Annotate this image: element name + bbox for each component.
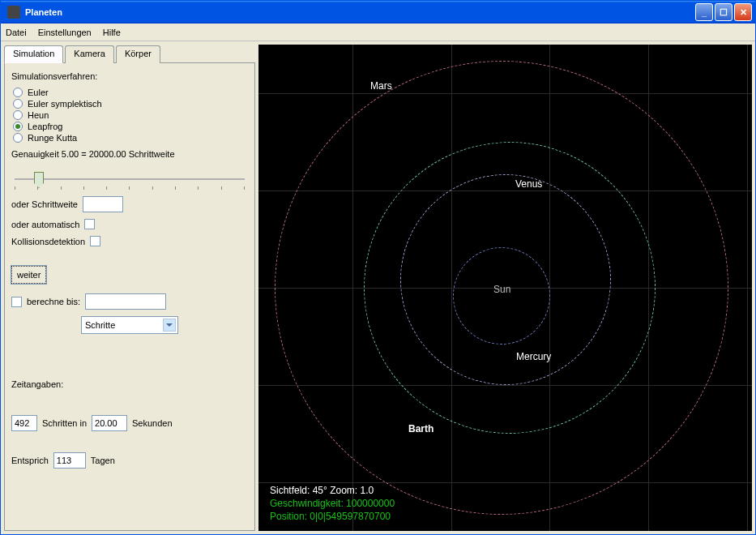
chevron-down-icon [163,319,176,332]
app-icon [7,6,20,19]
radio-euler[interactable] [13,88,23,97]
label-mars: Mars [370,80,392,92]
verfahren-label: Simulationsverfahren: [11,71,248,81]
close-button[interactable]: ✕ [734,3,752,21]
radio-euler-symp[interactable] [13,99,23,109]
tage-input[interactable] [53,452,86,469]
radio-leapfrog-label: Leapfrog [28,122,62,131]
label-earth: Barth [408,423,434,434]
schrittweite-input[interactable] [83,196,123,212]
weiter-button[interactable]: weiter [11,266,46,284]
kollision-checkbox[interactable] [90,236,100,246]
simulation-viewport[interactable]: Sun Mercury Venus Barth Mars Sichtfeld: … [258,45,752,531]
minimize-button[interactable]: _ [695,3,713,21]
app-window: Planeten _ ☐ ✕ Datei Einstellungen Hilfe… [0,0,756,535]
radio-heun-label: Heun [28,110,49,120]
menu-settings[interactable]: Einstellungen [38,28,92,37]
tabstrip: Simulation Kamera Körper [4,45,255,62]
label-mercury: Mercury [516,351,551,362]
genauigkeit-label: Genauigkeit 5.00 = 20000.00 Schrittweite [11,149,248,159]
berechne-bis-input[interactable] [85,293,166,310]
label-sun: Sun [493,284,510,295]
tagen-label: Tagen [91,456,115,465]
seconds-input[interactable] [92,415,127,431]
radio-runge-kutta[interactable] [13,133,23,143]
status-position: Position: 0|0|549597870700 [270,510,395,523]
menubar: Datei Einstellungen Hilfe [1,24,755,41]
tab-simulation[interactable]: Simulation [4,45,63,63]
tab-koerper[interactable]: Körper [116,45,160,63]
radio-runge-kutta-label: Runge Kutta [28,133,77,143]
radio-leapfrog[interactable] [13,122,23,131]
automatisch-label: oder automatisch [11,220,79,229]
titlebar: Planeten _ ☐ ✕ [1,1,755,24]
schritten-in-label: Schritten in [42,418,87,428]
content-area: Simulation Kamera Körper Simulationsverf… [1,41,755,534]
tab-body-simulation: Simulationsverfahren: Euler Euler symple… [4,62,255,531]
radio-euler-symp-label: Euler symplektisch [28,99,102,109]
berechne-bis-checkbox[interactable] [11,297,22,307]
radio-euler-label: Euler [28,88,49,97]
status-geschwindigkeit: Geschwindigkeit: 100000000 [270,497,395,510]
label-venus: Venus [515,178,542,190]
window-title: Planeten [25,7,62,17]
status-sichtfeld: Sichtfeld: 45° Zoom: 1.0 [270,484,395,497]
radio-heun[interactable] [13,110,23,120]
menu-help[interactable]: Hilfe [103,28,121,37]
kollision-label: Kollisionsdetektion [11,237,85,246]
berechne-bis-select[interactable]: Schritte [81,316,178,334]
left-panel: Simulation Kamera Körper Simulationsverf… [4,45,255,531]
entspricht-label: Entsprich [11,456,49,465]
steps-input[interactable] [11,415,37,431]
automatisch-checkbox[interactable] [84,219,95,229]
schrittweite-label: oder Schrittweite [11,199,78,209]
berechne-bis-select-value: Schritte [85,320,115,330]
tab-kamera[interactable]: Kamera [65,45,114,63]
method-radio-group: Euler Euler symplektisch Heun Leapfrog R… [13,88,248,143]
slider-handle[interactable] [34,172,44,188]
zeitangaben-label: Zeitangaben: [11,379,248,389]
status-overlay: Sichtfeld: 45° Zoom: 1.0 Geschwindigkeit… [270,484,395,523]
genauigkeit-slider[interactable] [15,172,245,190]
sekunden-label: Sekunden [132,418,173,428]
berechne-bis-label: berechne bis: [27,297,80,306]
menu-file[interactable]: Datei [6,28,27,37]
maximize-button[interactable]: ☐ [715,3,733,21]
